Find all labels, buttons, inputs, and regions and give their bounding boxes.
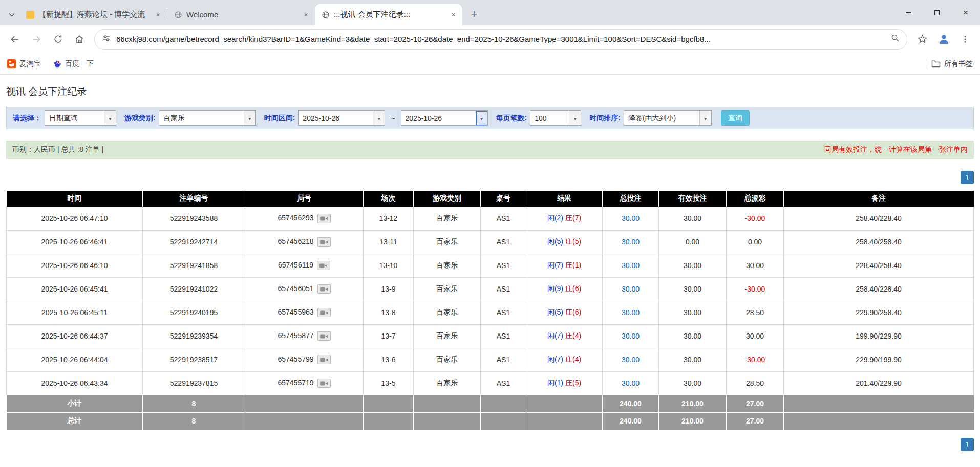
tab-bet-records-active[interactable]: :::视讯 会员下注纪录::: × (315, 4, 462, 25)
pagination-bottom: 1 (6, 438, 974, 451)
video-replay-icon[interactable] (317, 331, 331, 341)
table-number: AS1 (481, 230, 526, 254)
col-header-total-bet: 总投注 (603, 191, 659, 207)
table-row: 2025-10-26 06:46:10 522919241858 6574561… (7, 254, 974, 277)
game-category: 百家乐 (414, 371, 481, 395)
tab-forum[interactable]: 【新提醒】海燕论坛 - 博学交流 × (19, 4, 167, 25)
round-cell: 657456119 (245, 254, 364, 277)
total-bet-cell: 30.00 (603, 324, 659, 348)
valid-bet: 30.00 (659, 254, 727, 277)
forward-icon[interactable] (27, 30, 46, 49)
all-bookmarks-label: 所有书签 (944, 59, 973, 69)
close-window-button[interactable]: × (951, 0, 980, 25)
game-category: 百家乐 (414, 254, 481, 277)
bookmark-star-icon[interactable] (912, 30, 932, 49)
chevron-down-icon: ▾ (476, 111, 487, 125)
video-replay-icon[interactable] (317, 261, 330, 270)
round-cell: 657455719 (245, 371, 364, 395)
tab-welcome[interactable]: Welcome × (167, 4, 315, 25)
new-tab-button[interactable]: + (466, 7, 482, 22)
profile-avatar-icon[interactable] (934, 30, 953, 49)
pagination-page-1[interactable]: 1 (961, 171, 974, 184)
payout: 30.00 (727, 324, 784, 348)
page-size-select[interactable]: 100 ▾ (530, 110, 581, 126)
payout: -30.00 (727, 207, 784, 230)
site-info-icon[interactable] (102, 34, 111, 45)
game-category: 百家乐 (414, 324, 481, 348)
result-banker: 庄(5) (565, 237, 581, 246)
chevron-down-icon[interactable] (4, 4, 19, 25)
col-header-time: 时间 (7, 191, 143, 207)
close-icon[interactable]: × (153, 10, 163, 19)
result-banker: 庄(4) (565, 331, 581, 340)
url-bar[interactable]: 66cxkj98.com/game/betrecord_search/kind3… (94, 29, 907, 50)
subtotal-valid-bet: 210.00 (659, 395, 727, 412)
bet-id: 522919239354 (143, 324, 245, 348)
round-id: 657456051 (278, 284, 313, 293)
table-number: AS1 (481, 371, 526, 395)
col-header-round: 局号 (245, 191, 364, 207)
round-cell: 657456293 (245, 207, 364, 230)
url-text: 66cxkj98.com/game/betrecord_search/kind3… (116, 35, 886, 43)
video-replay-icon[interactable] (317, 284, 331, 294)
date-start-select[interactable]: 2025-10-26 ▾ (298, 110, 385, 126)
total-bet-link[interactable]: 30.00 (622, 285, 640, 293)
round-id: 657456218 (278, 237, 313, 246)
valid-bet: 30.00 (659, 371, 727, 395)
game-category-select[interactable]: 百家乐 ▾ (159, 110, 256, 126)
payout: 28.50 (727, 301, 784, 324)
zoom-icon[interactable] (891, 34, 900, 45)
payout: -30.00 (727, 277, 784, 301)
video-replay-icon[interactable] (317, 355, 331, 364)
pagination-page-1[interactable]: 1 (961, 438, 974, 451)
round-id: 657455719 (278, 379, 313, 387)
tab-title: 【新提醒】海燕论坛 - 博学交流 (38, 10, 149, 19)
pagination-top: 1 (6, 171, 974, 184)
table-header-row: 时间 注单编号 局号 场次 游戏类别 桌号 结果 总投注 有效投注 总派彩 备注 (7, 191, 974, 207)
video-replay-icon[interactable] (317, 308, 331, 317)
result-banker: 庄(4) (565, 355, 581, 363)
result-player: 闲(5) (547, 308, 563, 316)
total-bet-cell: 30.00 (603, 371, 659, 395)
video-replay-icon[interactable] (317, 214, 331, 223)
home-icon[interactable] (70, 30, 89, 49)
valid-bet: 30.00 (659, 277, 727, 301)
total-bet-link[interactable]: 30.00 (622, 238, 640, 246)
date-range-label: 时间区间: (264, 114, 295, 123)
session-number: 13-10 (364, 254, 414, 277)
close-icon[interactable]: × (301, 10, 311, 19)
reload-icon[interactable] (48, 30, 68, 49)
result-cell: 闲(7)庄(1) (526, 254, 603, 277)
query-type-select[interactable]: 日期查询 ▾ (45, 110, 116, 126)
minimize-button[interactable] (894, 0, 923, 25)
back-icon[interactable] (5, 30, 25, 49)
total-bet-link[interactable]: 30.00 (622, 261, 640, 270)
tab-title: :::视讯 会员下注纪录::: (334, 10, 444, 19)
close-icon[interactable]: × (449, 10, 458, 19)
total-bet-link[interactable]: 30.00 (622, 214, 640, 223)
bet-time: 2025-10-26 06:45:41 (7, 277, 143, 301)
bet-time: 2025-10-26 06:43:34 (7, 371, 143, 395)
total-bet-link[interactable]: 30.00 (622, 379, 640, 387)
bookmark-baidu[interactable]: 百度一下 (53, 59, 94, 69)
video-replay-icon[interactable] (317, 237, 331, 247)
all-bookmarks-button[interactable]: 所有书签 (931, 59, 973, 69)
total-bet-cell: 30.00 (603, 301, 659, 324)
total-bet-link[interactable]: 30.00 (622, 355, 640, 364)
sort-select[interactable]: 降幂(由大到小) ▾ (624, 110, 712, 126)
menu-icon[interactable] (955, 30, 975, 49)
bet-id: 522919237815 (143, 371, 245, 395)
result-banker: 庄(7) (565, 214, 581, 222)
search-button[interactable]: 查询 (721, 110, 750, 126)
table-row: 2025-10-26 06:44:37 522919239354 6574558… (7, 324, 974, 348)
round-id: 657455799 (278, 355, 313, 363)
bookmark-taobao[interactable]: 爱淘宝 (7, 59, 41, 69)
col-header-payout: 总派彩 (727, 191, 784, 207)
total-bet-link[interactable]: 30.00 (622, 332, 640, 340)
video-replay-icon[interactable] (317, 379, 331, 388)
date-end-select[interactable]: 2025-10-26 ▾ (401, 110, 488, 126)
maximize-button[interactable] (923, 0, 951, 25)
valid-bet: 30.00 (659, 348, 727, 371)
total-bet-link[interactable]: 30.00 (622, 308, 640, 317)
total-bet-cell: 30.00 (603, 277, 659, 301)
